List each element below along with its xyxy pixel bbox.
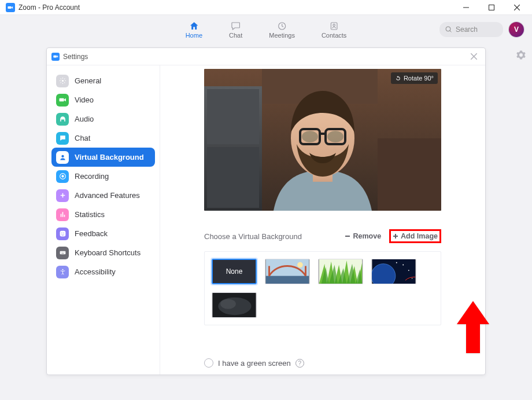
sidebar-item-label: Statistics [75, 210, 105, 219]
rotate-90-button[interactable]: Rotate 90° [391, 72, 438, 84]
window-title: Zoom - Pro Account [19, 3, 80, 12]
help-symbol: ? [298, 360, 301, 366]
sidebar-item-audio[interactable]: Audio [51, 109, 155, 129]
window-minimize-button[interactable] [453, 0, 479, 15]
background-thumb-none[interactable]: None [212, 259, 257, 284]
background-thumbnail-grid: None [204, 251, 441, 325]
sidebar-item-accessibility[interactable]: Accessibility [51, 262, 155, 281]
window-close-button[interactable] [504, 0, 530, 15]
green-screen-label: I have a green screen [218, 359, 291, 368]
background-thumb-bridge[interactable] [265, 259, 310, 284]
video-preview: Rotate 90° [204, 69, 441, 211]
contact-icon [329, 20, 339, 32]
svg-rect-26 [266, 276, 309, 284]
settings-title: Settings [63, 53, 88, 61]
settings-close-button[interactable] [467, 50, 481, 64]
svg-point-4 [61, 80, 63, 82]
svg-rect-0 [489, 5, 494, 10]
sidebar-item-label: Recording [75, 172, 109, 181]
sidebar-item-statistics[interactable]: Statistics [51, 205, 155, 224]
search-icon [445, 26, 452, 33]
help-icon[interactable]: ? [295, 359, 304, 368]
keyboard-icon [56, 247, 69, 259]
clock-icon [277, 20, 287, 32]
titlebar: Zoom - Pro Account [0, 0, 532, 15]
smile-icon [56, 227, 69, 240]
sidebar-item-chat[interactable]: Chat [51, 129, 155, 148]
virtual-background-heading: Choose a Virtual Background [204, 232, 302, 241]
settings-main-panel: Rotate 90° Choose a Virtual Background R… [160, 65, 485, 375]
minus-icon [345, 233, 350, 239]
svg-point-9 [61, 233, 62, 233]
settings-sidebar: General Video Audio Chat Virtual Backgro… [47, 65, 160, 375]
nav-contacts[interactable]: Contacts [315, 18, 353, 41]
rotate-label: Rotate 90° [404, 75, 434, 82]
sidebar-item-advanced-features[interactable]: Advanced Features [51, 186, 155, 205]
search-input[interactable]: Search [439, 22, 503, 37]
svg-point-32 [402, 265, 404, 266]
nav-label: Home [186, 32, 202, 39]
accessibility-icon [56, 266, 69, 278]
search-placeholder: Search [456, 25, 478, 34]
svg-point-23 [302, 131, 318, 142]
webcam-illustration [204, 69, 441, 211]
remove-background-button[interactable]: Remove [342, 230, 383, 242]
sidebar-item-label: Audio [75, 115, 94, 123]
svg-point-5 [61, 155, 64, 157]
nav-meetings[interactable]: Meetings [262, 18, 302, 41]
svg-rect-16 [207, 147, 259, 208]
settings-gear-button[interactable] [516, 50, 526, 63]
sidebar-item-label: Accessibility [75, 267, 116, 276]
svg-rect-8 [60, 231, 65, 237]
sidebar-item-label: Keyboard Shortcuts [75, 248, 141, 257]
svg-rect-11 [60, 251, 65, 254]
svg-point-27 [297, 262, 303, 268]
add-image-button[interactable]: Add Image [389, 229, 441, 243]
nav-home[interactable]: Home [179, 18, 209, 41]
home-icon [189, 20, 199, 32]
background-thumb-grass[interactable] [318, 259, 363, 284]
none-label: None [226, 267, 243, 276]
sidebar-item-general[interactable]: General [51, 71, 155, 90]
avatar-initial: V [514, 25, 519, 34]
plus-icon [56, 189, 69, 202]
settings-titlebar: Settings [47, 48, 485, 65]
window-maximize-button[interactable] [479, 0, 504, 15]
add-image-label: Add Image [401, 232, 438, 240]
svg-point-34 [396, 262, 397, 263]
sidebar-item-recording[interactable]: Recording [51, 167, 155, 186]
bars-icon [56, 208, 69, 221]
green-screen-checkbox[interactable] [204, 358, 213, 368]
nav-label: Chat [229, 32, 242, 39]
nav-label: Meetings [269, 32, 295, 39]
zoom-app-icon [51, 53, 60, 61]
chat-icon [231, 20, 241, 32]
sidebar-item-feedback[interactable]: Feedback [51, 224, 155, 243]
profile-avatar[interactable]: V [509, 22, 524, 37]
sidebar-item-label: Feedback [75, 229, 108, 238]
main-toolbar: Home Chat Meetings Contacts Search V [0, 15, 532, 44]
settings-window: Settings General Video Audio Chat Virtua… [46, 47, 486, 375]
svg-point-12 [62, 269, 63, 270]
svg-rect-15 [207, 89, 259, 144]
plus-icon [393, 233, 398, 239]
svg-point-10 [63, 233, 64, 233]
svg-point-38 [220, 299, 236, 309]
svg-rect-17 [378, 138, 441, 211]
sidebar-item-virtual-background[interactable]: Virtual Background [51, 148, 155, 167]
remove-label: Remove [353, 232, 381, 240]
nav-chat[interactable]: Chat [222, 18, 249, 41]
rotate-icon [395, 75, 401, 82]
sidebar-item-label: Chat [75, 134, 90, 142]
nav-label: Contacts [322, 32, 346, 39]
sidebar-item-keyboard-shortcuts[interactable]: Keyboard Shortcuts [51, 243, 155, 262]
background-thumb-dark[interactable] [212, 292, 257, 318]
chatbubble-icon [56, 132, 69, 145]
video-icon [56, 94, 69, 107]
gear-icon [516, 50, 526, 60]
record-icon [56, 170, 69, 183]
background-thumb-space[interactable] [371, 259, 416, 284]
sidebar-item-video[interactable]: Video [51, 90, 155, 109]
svg-point-24 [327, 131, 343, 142]
zoom-app-icon [6, 3, 15, 12]
